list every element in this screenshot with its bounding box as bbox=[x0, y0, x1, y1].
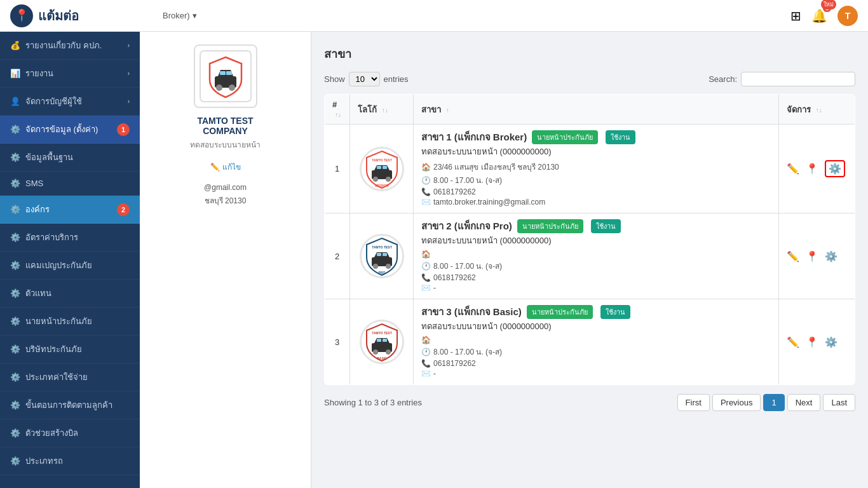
navbar-center: Broker) ▾ bbox=[150, 11, 790, 20]
table-row: 3 TAMTO TEST BASIC สาขา 3 (แพ็กเกจ Basic… bbox=[325, 299, 855, 385]
svg-rect-6 bbox=[220, 71, 226, 75]
dropdown-chevron-icon[interactable]: ▾ bbox=[193, 11, 197, 20]
sort-icon[interactable]: ↑↓ bbox=[335, 111, 341, 118]
settings-action-icon[interactable]: ⚙️ bbox=[825, 160, 845, 177]
table-row: 2 TAMTO TEST PRO สาขา 2 (แพ็กเกจ Pro) นา… bbox=[325, 214, 855, 299]
broker-label: Broker) bbox=[163, 11, 190, 20]
sidebar-item-label: จัดการบัญชีผู้ใช้ bbox=[25, 95, 82, 108]
company-panel: TAMTO TESTCOMPANY ทดสอบระบบนายหน้า ✏️ แก… bbox=[140, 32, 311, 488]
sidebar-item-user-mgmt[interactable]: 👤 จัดการบัญชีผู้ใช้ › bbox=[0, 88, 140, 116]
gear-icon: ⚙️ bbox=[10, 372, 20, 382]
entries-select[interactable]: 10 25 50 bbox=[349, 72, 380, 86]
settings-action-icon[interactable]: ⚙️ bbox=[825, 250, 837, 262]
svg-point-10 bbox=[373, 177, 378, 182]
sidebar-item-bill-helper[interactable]: ⚙️ ตัวช่วยสร้างบิล bbox=[0, 419, 140, 447]
svg-point-26 bbox=[373, 349, 378, 355]
navbar: 📍 แต้มต่อ Broker) ▾ ⊞ 🔔 1 ใหม่ T bbox=[0, 0, 868, 32]
gear-icon: ⚙️ bbox=[10, 261, 20, 270]
sidebar-item-label: จัดการข้อมูล (ตั้งค่า) bbox=[25, 123, 98, 136]
cell-branch: สาขา 2 (แพ็กเกจ Pro) นายหน้าประกันภัย ใช… bbox=[414, 214, 779, 299]
last-button[interactable]: Last bbox=[823, 394, 855, 411]
gear-icon: ⚙️ bbox=[10, 456, 20, 466]
svg-point-18 bbox=[373, 264, 378, 269]
sidebar-item-expense-type[interactable]: ⚙️ ประเภทค่าใช้จ่าย bbox=[0, 363, 140, 391]
avatar[interactable]: T bbox=[837, 6, 858, 26]
sidebar-item-sms[interactable]: ⚙️ SMS bbox=[0, 172, 140, 196]
gear-icon: ⚙️ bbox=[10, 428, 20, 438]
sidebar-item-label: ประเภทรถ bbox=[25, 454, 63, 468]
svg-rect-29 bbox=[383, 339, 387, 342]
sort-icon[interactable]: ↑↓ bbox=[816, 107, 822, 114]
cell-branch: สาขา 1 (แพ็กเกจ Broker) นายหน้าประกันภัย… bbox=[414, 125, 779, 214]
company-logo-svg bbox=[197, 48, 254, 105]
svg-rect-13 bbox=[383, 166, 387, 169]
sort-icon[interactable]: ↑ bbox=[446, 107, 449, 114]
col-action: จัดการ ↑↓ bbox=[779, 95, 855, 125]
sidebar-item-label: รายงานเกี่ยวกับ คปภ. bbox=[25, 39, 102, 52]
svg-rect-28 bbox=[377, 339, 381, 342]
gear-icon: ⚙️ bbox=[10, 152, 20, 162]
next-button[interactable]: Next bbox=[787, 394, 821, 411]
edit-action-icon[interactable]: ✏️ bbox=[787, 336, 799, 348]
cell-action: ✏️ 📍 ⚙️ bbox=[779, 125, 855, 214]
settings-action-icon[interactable]: ⚙️ bbox=[825, 336, 837, 348]
new-badge: ใหม่ bbox=[821, 0, 836, 10]
user-icon: 👤 bbox=[10, 97, 20, 106]
sort-icon[interactable]: ↑↓ bbox=[382, 107, 388, 114]
report-icon: 📊 bbox=[10, 69, 20, 78]
edit-label: แก้ไข bbox=[222, 161, 241, 173]
col-num: # ↑↓ bbox=[325, 95, 350, 125]
page-title: สาขา bbox=[324, 44, 855, 63]
sidebar-item-company[interactable]: ⚙️ บริษัทประกันภัย bbox=[0, 336, 140, 363]
svg-rect-20 bbox=[377, 253, 381, 256]
sidebar-item-rate[interactable]: ⚙️ อัตราค่าบริการ bbox=[0, 224, 140, 252]
edit-link[interactable]: ✏️ แก้ไข bbox=[210, 161, 241, 173]
pagination-bar: Showing 1 to 3 of 3 entries First Previo… bbox=[324, 394, 855, 411]
sidebar-item-agent[interactable]: ⚙️ ตัวแทน bbox=[0, 280, 140, 308]
company-address: ชลบุรี 20130 bbox=[153, 194, 298, 207]
gear-icon: ⚙️ bbox=[10, 288, 20, 298]
sidebar-item-campaign[interactable]: ⚙️ แคมเปญประกันภัย bbox=[0, 252, 140, 280]
notification-button[interactable]: 🔔 1 ใหม่ bbox=[811, 8, 827, 24]
cell-action: ✏️ 📍 ⚙️ bbox=[779, 299, 855, 385]
cell-logo: TAMTO TEST PRO bbox=[350, 214, 414, 299]
page-1-button[interactable]: 1 bbox=[763, 394, 784, 411]
svg-text:📍: 📍 bbox=[15, 8, 29, 22]
sidebar-item-report[interactable]: 📊 รายงาน › bbox=[0, 60, 140, 88]
svg-text:BASIC: BASIC bbox=[377, 356, 387, 360]
pagination-info: Showing 1 to 3 of 3 entries bbox=[324, 398, 422, 407]
data-table: # ↑↓ โลโก้ ↑↓ สาขา ↑ จัดการ bbox=[324, 94, 855, 385]
location-action-icon[interactable]: 📍 bbox=[806, 250, 818, 262]
sidebar-item-kpj[interactable]: 💰 รายงานเกี่ยวกับ คปภ. › bbox=[0, 32, 140, 60]
sidebar-item-label: อัตราค่าบริการ bbox=[25, 231, 78, 244]
search-input[interactable] bbox=[741, 72, 855, 86]
company-logo bbox=[194, 44, 257, 108]
edit-action-icon[interactable]: ✏️ bbox=[787, 250, 799, 262]
sidebar-item-data-mgmt[interactable]: ⚙️ จัดการข้อมูล (ตั้งค่า) 1 bbox=[0, 116, 140, 144]
previous-button[interactable]: Previous bbox=[712, 394, 761, 411]
location-action-icon[interactable]: 📍 bbox=[806, 336, 818, 348]
pagination-buttons: First Previous 1 Next Last bbox=[677, 394, 855, 411]
cell-num: 2 bbox=[325, 214, 350, 299]
search-label: Search: bbox=[709, 74, 737, 84]
sidebar-item-vehicle-type[interactable]: ⚙️ ประเภทรถ bbox=[0, 447, 140, 475]
svg-text:TAMTO TEST: TAMTO TEST bbox=[372, 245, 391, 249]
location-action-icon[interactable]: 📍 bbox=[806, 163, 818, 175]
edit-action-icon[interactable]: ✏️ bbox=[787, 163, 799, 175]
grid-button[interactable]: ⊞ bbox=[790, 8, 801, 24]
first-button[interactable]: First bbox=[677, 394, 710, 411]
sidebar-badge: 1 bbox=[117, 123, 130, 136]
navbar-right: ⊞ 🔔 1 ใหม่ T bbox=[790, 6, 858, 26]
sidebar-item-org[interactable]: ⚙️ องค์กร 2 bbox=[0, 196, 140, 224]
gear-icon: ⚙️ bbox=[10, 205, 20, 214]
sidebar-item-followup[interactable]: ⚙️ ขั้นตอนการติดตามลูกค้า bbox=[0, 391, 140, 419]
cell-num: 1 bbox=[325, 125, 350, 214]
sidebar-item-insurer[interactable]: ⚙️ นายหน้าประกันภัย bbox=[0, 308, 140, 336]
sidebar-item-basic-info[interactable]: ⚙️ ข้อมูลพื้นฐาน bbox=[0, 144, 140, 172]
sidebar-item-label: นายหน้าประกันภัย bbox=[25, 315, 92, 328]
cell-logo: TAMTO TEST BROKER bbox=[350, 125, 414, 214]
sidebar: 💰 รายงานเกี่ยวกับ คปภ. › 📊 รายงาน › 👤 จั… bbox=[0, 32, 140, 488]
chevron-right-icon: › bbox=[128, 42, 130, 49]
company-subtitle: ทดสอบระบบนายหน้า bbox=[190, 139, 261, 151]
col-branch: สาขา ↑ bbox=[414, 95, 779, 125]
